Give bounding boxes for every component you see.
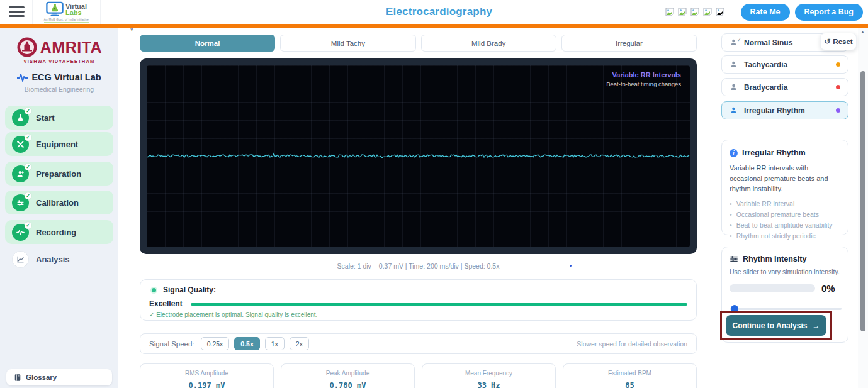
rhythm-item-irregular-rhythm[interactable]: Irregular Rhythm: [721, 101, 848, 119]
logo-text-labs: Labs: [65, 9, 87, 16]
signal-quality-card: Signal Quality: Excellent ✓ Electrode pl…: [140, 279, 697, 321]
speed-2x-button[interactable]: 2x: [290, 337, 309, 350]
logo-text-virtual: Virtual: [65, 3, 87, 9]
rhythm-annotation-subtitle: Beat-to-beat timing changes: [606, 80, 681, 87]
reset-icon: ↺: [824, 37, 830, 46]
stat-estimated-bpm: Estimated BPM 85: [563, 363, 697, 388]
clipped-text-fragment: y: [130, 28, 137, 31]
scrollbar-up-arrow-icon[interactable]: ▲: [860, 30, 865, 34]
brand-name: AMRITA: [40, 40, 102, 55]
book-icon: [14, 374, 21, 382]
accent-divider-bar: [0, 24, 868, 28]
stat-peak-amplitude: Peak Amplitude 0.780 mV: [281, 363, 415, 388]
speed-1x-button[interactable]: 1x: [265, 337, 285, 350]
signal-speed-card: Signal Speed: 0.25x 0.5x 1x 2x Slower sp…: [140, 333, 697, 354]
stat-mean-frequency: Mean Frequency 33 Hz: [422, 363, 556, 388]
person-check-icon: ✓: [730, 38, 738, 47]
info-title: Irregular Rhythm: [742, 148, 806, 157]
hamburger-icon: [9, 6, 25, 19]
check-badge-icon: ✓: [25, 134, 31, 141]
glossary-button[interactable]: Glossary: [6, 369, 112, 385]
sidebar-item-equipment[interactable]: ✓ Equipment: [5, 132, 113, 156]
ecg-trace: [147, 65, 690, 247]
sliders-icon: ✓: [12, 194, 29, 211]
slider-thumb[interactable]: [731, 305, 738, 313]
sidebar-item-calibration[interactable]: ✓ Calibration: [5, 191, 113, 214]
sidebar-item-analysis[interactable]: Analysis: [5, 247, 113, 271]
flask-icon: ✓: [12, 109, 29, 126]
sidebar-item-recording[interactable]: ✓ Recording: [5, 220, 113, 244]
intensity-title: Rhythm Intensity: [743, 255, 806, 263]
report-bug-button[interactable]: Report a Bug: [795, 4, 863, 21]
tab-irregular[interactable]: Irregular: [561, 35, 697, 52]
intensity-description: Use slider to vary simulation intensity.: [730, 268, 840, 275]
scrollbar-thumb[interactable]: [860, 71, 865, 331]
intensity-slider[interactable]: [730, 305, 842, 313]
pulse-icon: [17, 74, 28, 82]
broken-image-icon: [703, 8, 712, 17]
amrita-brand: AMRITA VISHWA VIDYAPEETHAM: [0, 36, 118, 64]
page-title: Electrocardiography: [386, 6, 492, 18]
menu-button[interactable]: [0, 0, 33, 24]
status-dot-icon: [836, 85, 840, 89]
check-badge-icon: ✓: [25, 222, 31, 229]
check-badge-icon: ✓: [25, 164, 31, 170]
lab-title: ECG Virtual Lab: [31, 72, 101, 82]
tab-mild-brady[interactable]: Mild Brady: [421, 35, 556, 52]
status-dot-icon: [836, 108, 840, 113]
stat-rms-amplitude: RMS Amplitude 0.197 mV: [140, 363, 274, 388]
check-badge-icon: ✓: [25, 108, 31, 114]
slider-track: [730, 308, 842, 310]
reset-button[interactable]: ↺ Reset: [820, 33, 857, 50]
logo-tagline: An MoE Govt. of India Initiative: [44, 18, 89, 23]
monitor-flask-icon: [46, 1, 64, 17]
info-description: Variable RR intervals with occasional pr…: [730, 163, 840, 194]
sidebar-item-preparation[interactable]: ✓ Preparation: [5, 162, 113, 186]
broken-image-icon: [678, 8, 687, 17]
broken-image-icon: [665, 8, 674, 17]
person-plus-icon: ✓: [12, 165, 29, 182]
status-dot-icon: [150, 287, 157, 294]
broken-image-icon: [716, 8, 724, 17]
status-dot-icon: [836, 62, 840, 67]
ecg-display-panel: Variable RR Intervals Beat-to-beat timin…: [140, 58, 697, 254]
signal-quality-label: Signal Quality:: [163, 285, 216, 294]
sidebar-item-start[interactable]: ✓ Start: [5, 106, 113, 130]
ecg-virtual-lab-page: Virtual Labs An MoE Govt. of India Initi…: [0, 0, 868, 388]
tab-normal[interactable]: Normal: [140, 35, 275, 52]
virtual-labs-logo[interactable]: Virtual Labs An MoE Govt. of India Initi…: [33, 0, 101, 24]
scale-caption: Scale: 1 div = 0.37 mV | Time: 200 ms/di…: [140, 262, 697, 270]
arrow-right-icon: →: [812, 321, 820, 330]
left-sidebar: AMRITA VISHWA VIDYAPEETHAM ECG Virtual L…: [0, 28, 118, 388]
signal-speed-label: Signal Speed:: [149, 340, 194, 348]
person-icon: [730, 106, 738, 114]
signal-quality-note: ✓ Electrode placement is optimal. Signal…: [149, 311, 317, 318]
person-icon: [730, 60, 738, 69]
signal-quality-bar: [191, 303, 687, 306]
rhythm-item-tachycardia[interactable]: Tachycardia: [721, 55, 848, 74]
cursor-dot: [570, 265, 572, 267]
continue-to-analysis-button[interactable]: Continue to Analysis →: [726, 315, 826, 336]
rhythm-annotation-title: Variable RR Intervals: [606, 71, 681, 79]
sliders-icon: [730, 255, 738, 263]
chart-icon: [12, 251, 29, 268]
rhythm-tabs: Normal Mild Tachy Mild Brady Irregular: [140, 35, 697, 52]
header-badge-icons: [665, 8, 724, 17]
rate-me-button[interactable]: Rate Me: [741, 4, 790, 21]
check-badge-icon: ✓: [25, 192, 31, 199]
speed-05x-button[interactable]: 0.5x: [234, 337, 259, 350]
rhythm-info-card: i Irregular Rhythm Variable RR intervals…: [721, 140, 848, 235]
info-bullet-list: •Variable RR interval •Occasional premat…: [730, 200, 840, 240]
person-icon: [730, 83, 738, 91]
broken-image-icon: [690, 8, 699, 17]
intensity-percent: 0%: [821, 283, 835, 294]
lab-department: Biomedical Engineering: [0, 86, 118, 93]
page-scrollbar[interactable]: ▲: [858, 28, 868, 388]
rhythm-selector-panel: ✓ Normal Sinus ↺ Reset Tachycardia Brady…: [718, 28, 857, 388]
speed-hint: Slower speed for detailed observation: [577, 340, 687, 348]
speed-025x-button[interactable]: 0.25x: [201, 337, 230, 350]
tab-mild-tachy[interactable]: Mild Tachy: [280, 35, 415, 52]
waveform-icon: ✓: [12, 224, 29, 241]
info-icon: i: [730, 149, 738, 157]
rhythm-item-bradycardia[interactable]: Bradycardia: [721, 78, 848, 96]
